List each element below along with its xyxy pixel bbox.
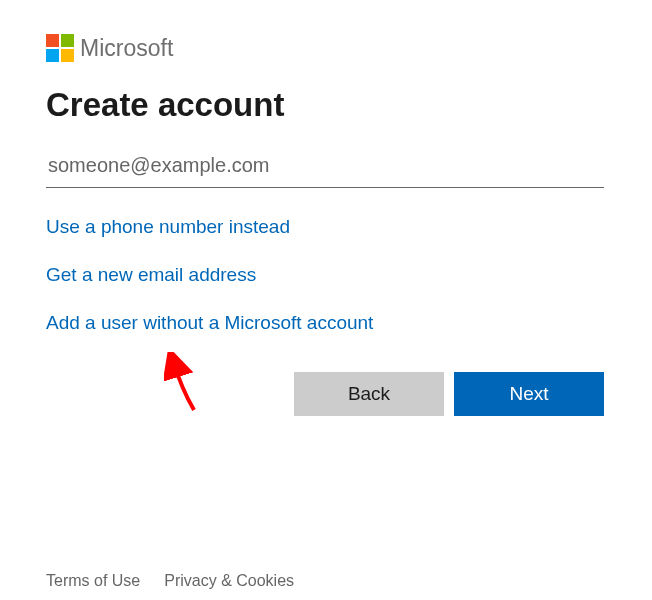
back-button[interactable]: Back	[294, 372, 444, 416]
add-user-without-account-link[interactable]: Add a user without a Microsoft account	[46, 312, 373, 334]
get-new-email-link[interactable]: Get a new email address	[46, 264, 256, 286]
email-input[interactable]	[46, 146, 604, 188]
terms-of-use-link[interactable]: Terms of Use	[46, 572, 140, 590]
microsoft-logo: Microsoft	[46, 34, 606, 62]
page-title: Create account	[46, 86, 606, 124]
brand-name: Microsoft	[80, 35, 173, 62]
privacy-cookies-link[interactable]: Privacy & Cookies	[164, 572, 294, 590]
microsoft-logo-icon	[46, 34, 74, 62]
next-button[interactable]: Next	[454, 372, 604, 416]
use-phone-link[interactable]: Use a phone number instead	[46, 216, 290, 238]
